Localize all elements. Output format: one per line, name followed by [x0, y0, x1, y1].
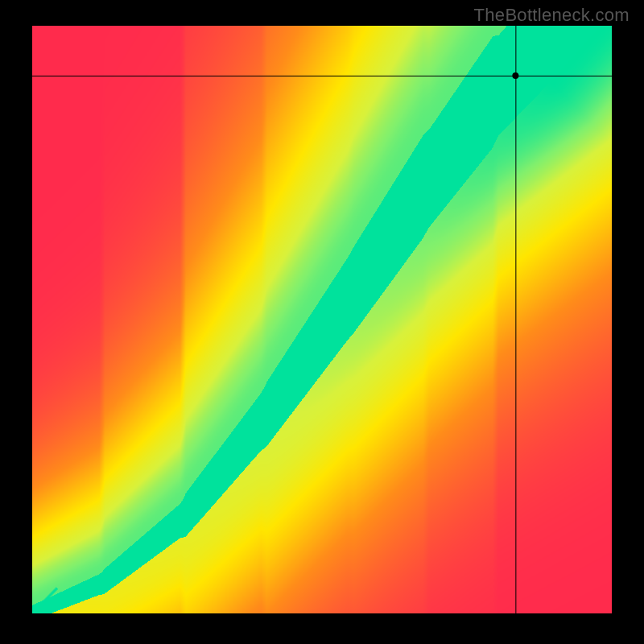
heatmap-canvas [32, 26, 612, 613]
watermark-text: TheBottleneck.com [474, 5, 630, 26]
chart-frame: TheBottleneck.com [0, 0, 644, 644]
